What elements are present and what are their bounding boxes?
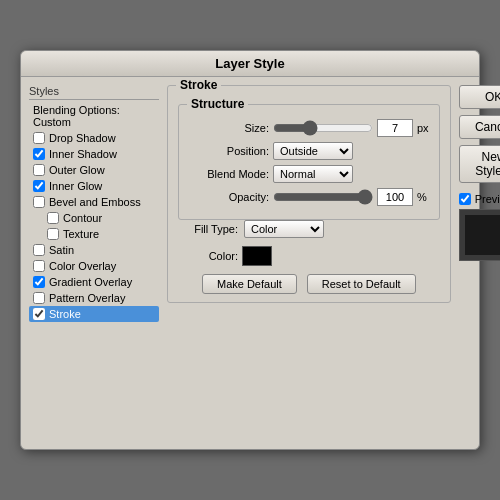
- position-label: Position:: [189, 145, 269, 157]
- opacity-input[interactable]: 100: [377, 188, 413, 206]
- preview-box: [459, 209, 500, 261]
- preview-section: Preview: [459, 193, 500, 261]
- sidebar-item-blending-options[interactable]: Blending Options: Custom: [29, 102, 159, 130]
- stroke-section: Stroke Structure Size: 7 px Po: [167, 85, 451, 303]
- sidebar-item-inner-shadow[interactable]: Inner Shadow: [29, 146, 159, 162]
- sidebar-item-contour[interactable]: Contour: [29, 210, 159, 226]
- size-row: Size: 7 px: [189, 119, 429, 137]
- color-label: Color:: [178, 250, 238, 262]
- satin-label: Satin: [49, 244, 74, 256]
- preview-text: Preview: [475, 193, 500, 205]
- make-default-button[interactable]: Make Default: [202, 274, 297, 294]
- bevel-emboss-label: Bevel and Emboss: [49, 196, 141, 208]
- sidebar-item-satin[interactable]: Satin: [29, 242, 159, 258]
- opacity-slider-container: 100 %: [273, 188, 427, 206]
- inner-shadow-checkbox[interactable]: [33, 148, 45, 160]
- preview-checkbox[interactable]: [459, 193, 471, 205]
- sidebar-item-gradient-overlay[interactable]: Gradient Overlay: [29, 274, 159, 290]
- bevel-emboss-checkbox[interactable]: [33, 196, 45, 208]
- blending-options-label: Blending Options: Custom: [33, 104, 155, 128]
- styles-label: Styles: [29, 85, 159, 100]
- satin-checkbox[interactable]: [33, 244, 45, 256]
- sidebar-item-texture[interactable]: Texture: [29, 226, 159, 242]
- reset-to-default-button[interactable]: Reset to Default: [307, 274, 416, 294]
- bottom-buttons: Make Default Reset to Default: [178, 274, 440, 294]
- sidebar-item-bevel-emboss[interactable]: Bevel and Emboss: [29, 194, 159, 210]
- inner-shadow-label: Inner Shadow: [49, 148, 117, 160]
- opacity-label: Opacity:: [189, 191, 269, 203]
- structure-section-title: Structure: [187, 97, 248, 111]
- left-panel: Styles Blending Options: Custom Drop Sha…: [29, 85, 159, 441]
- color-swatch[interactable]: [242, 246, 272, 266]
- preview-inner: [465, 215, 500, 255]
- fill-type-dropdown[interactable]: Color Gradient Pattern: [244, 220, 324, 238]
- sidebar-item-drop-shadow[interactable]: Drop Shadow: [29, 130, 159, 146]
- right-panel: OK Cancel New Style... Preview: [459, 85, 500, 441]
- stroke-checkbox[interactable]: [33, 308, 45, 320]
- main-panel: Stroke Structure Size: 7 px Po: [167, 85, 451, 441]
- gradient-overlay-checkbox[interactable]: [33, 276, 45, 288]
- texture-label: Texture: [63, 228, 99, 240]
- sidebar-item-stroke[interactable]: Stroke: [29, 306, 159, 322]
- sidebar-item-outer-glow[interactable]: Outer Glow: [29, 162, 159, 178]
- contour-label: Contour: [63, 212, 102, 224]
- cancel-button[interactable]: Cancel: [459, 115, 500, 139]
- blend-mode-label: Blend Mode:: [189, 168, 269, 180]
- ok-button[interactable]: OK: [459, 85, 500, 109]
- pattern-overlay-checkbox[interactable]: [33, 292, 45, 304]
- structure-section: Structure Size: 7 px Position:: [178, 104, 440, 220]
- fill-type-label: Fill Type:: [178, 223, 238, 235]
- drop-shadow-label: Drop Shadow: [49, 132, 116, 144]
- blend-mode-dropdown[interactable]: Normal Dissolve Multiply Screen: [273, 165, 353, 183]
- new-style-button[interactable]: New Style...: [459, 145, 500, 183]
- opacity-slider[interactable]: [273, 190, 373, 204]
- color-overlay-label: Color Overlay: [49, 260, 116, 272]
- preview-label-row: Preview: [459, 193, 500, 205]
- outer-glow-label: Outer Glow: [49, 164, 105, 176]
- inner-glow-label: Inner Glow: [49, 180, 102, 192]
- size-unit: px: [417, 122, 429, 134]
- gradient-overlay-label: Gradient Overlay: [49, 276, 132, 288]
- blend-mode-row: Blend Mode: Normal Dissolve Multiply Scr…: [189, 165, 429, 183]
- opacity-unit: %: [417, 191, 427, 203]
- fill-type-row: Fill Type: Color Gradient Pattern: [178, 220, 440, 238]
- size-slider[interactable]: [273, 121, 373, 135]
- sidebar-item-color-overlay[interactable]: Color Overlay: [29, 258, 159, 274]
- sidebar-item-inner-glow[interactable]: Inner Glow: [29, 178, 159, 194]
- stroke-label: Stroke: [49, 308, 81, 320]
- stroke-section-title: Stroke: [176, 78, 221, 92]
- pattern-overlay-label: Pattern Overlay: [49, 292, 125, 304]
- outer-glow-checkbox[interactable]: [33, 164, 45, 176]
- color-overlay-checkbox[interactable]: [33, 260, 45, 272]
- size-label: Size:: [189, 122, 269, 134]
- layer-style-dialog: Layer Style Styles Blending Options: Cus…: [20, 50, 480, 450]
- dialog-title: Layer Style: [21, 51, 479, 77]
- contour-checkbox[interactable]: [47, 212, 59, 224]
- size-input[interactable]: 7: [377, 119, 413, 137]
- sidebar-item-pattern-overlay[interactable]: Pattern Overlay: [29, 290, 159, 306]
- position-row: Position: Inside Outside Center: [189, 142, 429, 160]
- dialog-body: Styles Blending Options: Custom Drop Sha…: [21, 77, 479, 449]
- color-row: Color:: [178, 246, 440, 266]
- size-slider-container: 7 px: [273, 119, 429, 137]
- opacity-row: Opacity: 100 %: [189, 188, 429, 206]
- drop-shadow-checkbox[interactable]: [33, 132, 45, 144]
- texture-checkbox[interactable]: [47, 228, 59, 240]
- position-dropdown[interactable]: Inside Outside Center: [273, 142, 353, 160]
- inner-glow-checkbox[interactable]: [33, 180, 45, 192]
